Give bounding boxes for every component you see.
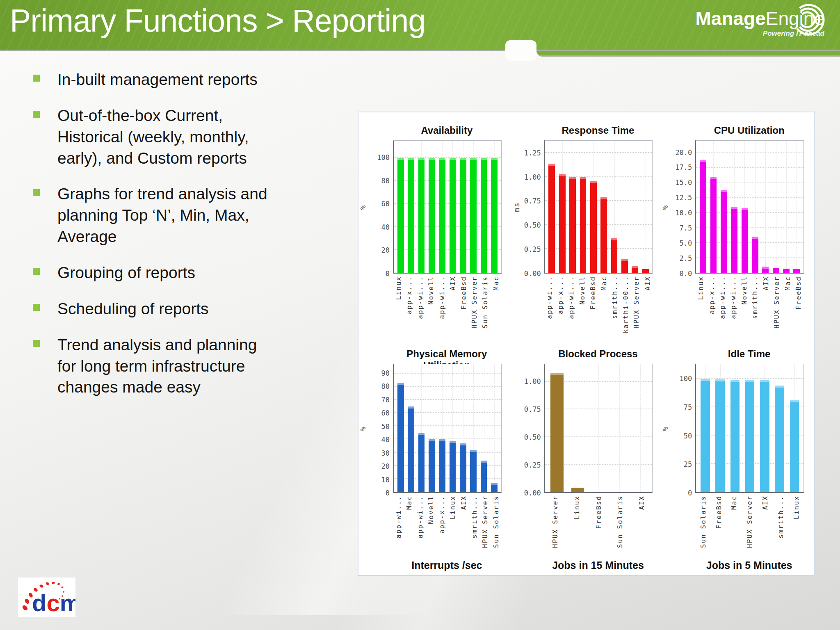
bullet-square-icon xyxy=(33,75,40,82)
category-labels: Linuxapp-x...app-wi...app-wi...Novellsmr… xyxy=(695,274,804,338)
bar xyxy=(429,158,435,273)
bullet-square-icon xyxy=(33,111,40,118)
category: Mac xyxy=(726,493,742,558)
category-label: app-wi... xyxy=(719,276,726,319)
y-axis: %0255075100 xyxy=(662,364,695,493)
dcm-logo-image: dcm xyxy=(18,578,75,617)
category-label: Sun Solaris xyxy=(492,495,500,548)
bar xyxy=(773,268,779,273)
bullet-item: Graphs for trend analysis and planning T… xyxy=(32,183,268,247)
category: smrith... xyxy=(750,274,760,338)
category-label: smrith... xyxy=(470,495,478,539)
bar xyxy=(742,208,748,273)
category: app-x... xyxy=(555,274,566,338)
bar-slot xyxy=(416,141,427,273)
category-label: Linux xyxy=(573,495,581,519)
category-label: Mac xyxy=(784,276,792,290)
bar-slot xyxy=(567,364,588,492)
y-tick-label: 0 xyxy=(688,489,692,497)
bar xyxy=(491,158,498,273)
category-label: HPUX Server xyxy=(481,495,489,548)
category: HPUX Server xyxy=(742,493,758,558)
y-tick-label: 1.25 xyxy=(524,149,541,157)
category-label: Sun Solaris xyxy=(616,495,624,548)
vertical-gridline xyxy=(776,141,776,273)
bar xyxy=(450,158,456,273)
y-tick-label: 30 xyxy=(381,449,390,457)
chart-xlabel: Jobs in 5 Minutes xyxy=(662,559,813,571)
bar xyxy=(491,483,498,493)
category: app-x... xyxy=(404,274,414,338)
slide: Primary Functions > Reporting ManageEngi… xyxy=(0,0,840,630)
bar xyxy=(600,197,607,273)
bars-area xyxy=(696,364,803,492)
y-tick-label: 0 xyxy=(386,269,390,278)
bar xyxy=(760,380,769,492)
y-tick-label: 0.75 xyxy=(524,405,541,413)
bar-slot xyxy=(750,141,760,273)
bars-area xyxy=(545,364,653,492)
bar-slot xyxy=(567,141,578,273)
category: app-wi... xyxy=(393,493,404,558)
bars-area xyxy=(696,141,803,273)
chart-title: Response Time xyxy=(511,125,662,136)
bullet-item: Grouping of reports xyxy=(32,262,268,283)
category-label: Linux xyxy=(697,276,705,300)
category-label: Linux xyxy=(449,495,457,519)
bullet-text: Graphs for trend analysis and planning T… xyxy=(57,185,267,245)
bar xyxy=(470,158,477,273)
y-tick-label: 20 xyxy=(381,462,390,470)
category: FreeBsd xyxy=(458,274,469,338)
bar-slot xyxy=(599,141,609,273)
bullet-text: In-built management reports xyxy=(57,71,258,88)
category-label: Novell xyxy=(427,276,435,305)
y-axis: %0.02.55.07.510.012.515.017.520.0 xyxy=(662,140,695,274)
y-axis-label: % xyxy=(661,204,669,210)
category-label: app-x... xyxy=(438,495,446,534)
category-label: smrith... xyxy=(751,276,759,319)
category: Linux xyxy=(566,493,588,558)
bullet-item: Out-of-the-box Current, Historical (week… xyxy=(32,105,268,169)
bar xyxy=(775,386,784,492)
category-label: app-x... xyxy=(557,276,564,314)
charts-panel: Availability%020406080100Linuxapp-x...ap… xyxy=(358,112,815,576)
header-banner: Primary Functions > Reporting ManageEngi… xyxy=(0,0,840,51)
brand-name: ManageEngine xyxy=(696,9,825,28)
bar-slot xyxy=(588,364,609,492)
category: app-wi... xyxy=(717,274,728,338)
bar-slot xyxy=(630,141,640,273)
category: app-x... xyxy=(706,274,717,338)
category-label: HPUX Server xyxy=(773,276,781,329)
y-tick-label: 100 xyxy=(377,153,390,162)
bar xyxy=(783,269,790,273)
y-tick-label: 70 xyxy=(381,396,390,404)
bar xyxy=(429,439,435,492)
bars-area xyxy=(394,364,501,492)
bullet-square-icon xyxy=(33,304,40,311)
bar xyxy=(397,158,404,273)
category: HPUX Server xyxy=(631,274,641,338)
vertical-gridline xyxy=(619,364,620,492)
category: Sun Solaris xyxy=(491,493,501,558)
bullet-square-icon xyxy=(33,189,40,196)
bar xyxy=(408,406,414,492)
category-label: Novell xyxy=(427,495,435,524)
y-tick-label: 40 xyxy=(381,223,390,231)
category: Mac xyxy=(491,274,501,338)
category-label: AIX xyxy=(761,495,769,510)
bar xyxy=(450,441,456,492)
bar-slot xyxy=(557,141,567,273)
category: Linux xyxy=(788,493,804,558)
vertical-gridline xyxy=(786,141,787,273)
bar-slot xyxy=(719,141,729,273)
bar-slot xyxy=(458,141,468,273)
category-label: app-wi... xyxy=(416,495,424,539)
bar xyxy=(710,177,717,273)
bars-area xyxy=(394,141,501,273)
vertical-gridline xyxy=(598,364,599,492)
bar xyxy=(418,158,425,273)
dcm-text: dcm xyxy=(32,589,75,616)
category: smrith... xyxy=(609,274,620,338)
category: app-wi... xyxy=(566,274,577,338)
bullet-list: In-built management reportsOut-of-the-bo… xyxy=(32,69,268,413)
